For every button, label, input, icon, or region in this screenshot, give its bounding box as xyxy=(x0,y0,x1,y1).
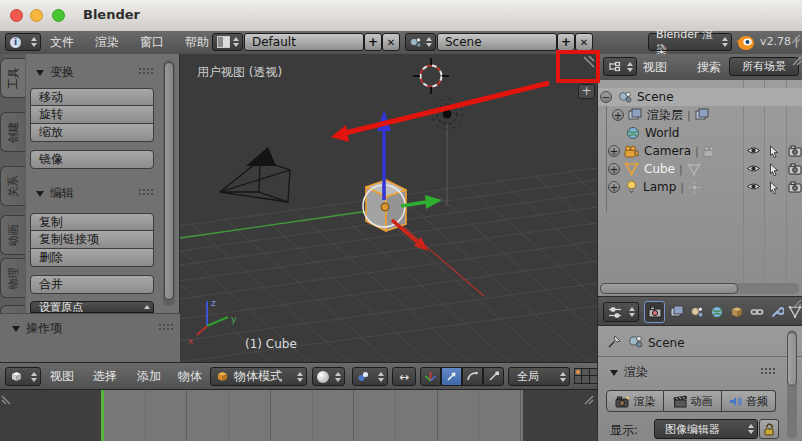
layers-widget[interactable] xyxy=(574,368,597,384)
panel-header-render[interactable]: 渲染 xyxy=(610,364,648,381)
translate-button[interactable]: 移动 xyxy=(30,88,154,106)
display-mode-select[interactable]: 图像编辑器 xyxy=(654,419,758,439)
delete-scene-button[interactable]: ✕ xyxy=(575,33,593,51)
scale-manipulator-button[interactable] xyxy=(483,367,504,386)
panel-grip[interactable] xyxy=(138,188,154,196)
shelf-tab-physics[interactable]: 物理 xyxy=(0,258,25,298)
panel-grip[interactable] xyxy=(138,67,154,75)
manipulator-x-arrow[interactable] xyxy=(392,220,428,251)
rotate-button[interactable]: 旋转 xyxy=(30,106,154,124)
scene-name-field[interactable]: Scene xyxy=(437,33,557,51)
layer-cell[interactable] xyxy=(582,368,590,376)
tab-modifiers[interactable] xyxy=(767,303,786,321)
outliner-h-scrollbar[interactable] xyxy=(600,283,799,294)
layer-cell[interactable] xyxy=(582,376,590,384)
area-corner-widget[interactable] xyxy=(1,392,14,405)
collapse-icon[interactable]: − xyxy=(600,91,612,103)
menu-window[interactable]: 窗口 xyxy=(140,31,164,54)
scene-browse-button[interactable] xyxy=(405,33,436,51)
lamp-data-icon[interactable] xyxy=(688,181,701,194)
current-frame-marker[interactable] xyxy=(101,390,104,441)
camera-data-icon[interactable] xyxy=(703,145,717,158)
menu-file[interactable]: 文件 xyxy=(50,31,74,54)
shelf-tab-relations[interactable]: 关系 xyxy=(0,166,25,206)
outliner-filter-select[interactable]: 所有场景 xyxy=(729,57,799,76)
layer-cell[interactable] xyxy=(574,376,582,384)
menu-help[interactable]: 帮助 xyxy=(185,31,209,54)
screen-layout-name-field[interactable]: Default xyxy=(244,33,364,51)
expand-icon[interactable]: + xyxy=(608,145,620,157)
expand-icon[interactable]: + xyxy=(608,181,620,193)
camera-object[interactable] xyxy=(220,147,290,202)
render-engine-select[interactable]: Blender 渲染 xyxy=(648,33,732,51)
info-editor-type-button[interactable]: i xyxy=(5,33,41,51)
selectable-toggle[interactable] xyxy=(769,163,779,179)
render-toggle[interactable] xyxy=(788,181,802,196)
join-button[interactable]: 合并 xyxy=(30,275,154,294)
panel-grip[interactable] xyxy=(760,367,776,375)
zoom-button[interactable] xyxy=(52,9,65,22)
translate-manipulator-button[interactable] xyxy=(441,367,462,386)
menu-object[interactable]: 物体 xyxy=(178,365,202,388)
area-corner-widget[interactable] xyxy=(581,392,594,405)
area-corner-widget[interactable] xyxy=(791,55,802,66)
layer-cell[interactable] xyxy=(590,368,597,376)
render-toggle[interactable] xyxy=(788,145,802,160)
outliner-editor-type-button[interactable] xyxy=(603,57,637,76)
tab-constraints[interactable] xyxy=(747,303,766,321)
tree-row-renderlayers[interactable]: + 渲染层 | xyxy=(598,106,802,124)
expand-icon[interactable]: + xyxy=(608,163,620,175)
tab-render[interactable] xyxy=(644,301,665,323)
mirror-button[interactable]: 镜像 xyxy=(30,150,154,169)
area-corner-widget[interactable] xyxy=(791,298,802,309)
manipulate-center-points-button[interactable]: ↔ xyxy=(392,367,416,386)
menu-add[interactable]: 添加 xyxy=(137,365,161,388)
panel-header-operator[interactable]: 操作项 xyxy=(12,320,62,337)
rotate-manipulator-button[interactable] xyxy=(462,367,483,386)
scale-button[interactable]: 缩放 xyxy=(30,124,154,142)
set-origin-button[interactable]: 设置原点 xyxy=(30,301,154,313)
panel-header-transform[interactable]: 变换 xyxy=(36,64,74,81)
menu-render[interactable]: 渲染 xyxy=(95,31,119,54)
mesh-data-icon[interactable] xyxy=(687,163,701,176)
render-toggle[interactable] xyxy=(788,163,802,178)
tree-row-lamp[interactable]: + Lamp | xyxy=(598,178,802,196)
duplicate-linked-button[interactable]: 复制链接项 xyxy=(30,231,154,249)
tree-row-camera[interactable]: + Camera | xyxy=(598,142,802,160)
add-scene-button[interactable]: + xyxy=(557,33,575,51)
hide-toggle[interactable] xyxy=(746,163,761,177)
tree-row-scene[interactable]: − Scene xyxy=(598,88,802,106)
outliner-menu-view[interactable]: 视图 xyxy=(643,56,667,79)
area-corner-widget[interactable] xyxy=(789,32,801,44)
add-layout-button[interactable]: + xyxy=(364,33,382,51)
render-layers-data-icon[interactable] xyxy=(695,108,709,122)
tab-scene[interactable] xyxy=(687,303,706,321)
panel-grip[interactable] xyxy=(158,323,174,331)
render-still-button[interactable]: ✦ 渲染 xyxy=(606,390,664,412)
screen-layout-browse-button[interactable] xyxy=(212,33,243,51)
view3d-editor-type-button[interactable] xyxy=(5,367,41,386)
minimize-button[interactable] xyxy=(30,9,43,22)
layer-cell[interactable] xyxy=(590,376,597,384)
tab-object[interactable] xyxy=(727,303,746,321)
shelf-tab-tools[interactable]: 工具 xyxy=(0,58,25,98)
close-button[interactable] xyxy=(10,9,23,22)
panel-header-edit[interactable]: 编辑 xyxy=(36,185,74,202)
menu-view[interactable]: 视图 xyxy=(50,365,74,388)
shelf-tab-animation[interactable]: 动画 xyxy=(0,215,25,255)
viewport-3d[interactable]: z y x 用户视图 (透视) (1) Cube + xyxy=(180,54,597,362)
mode-select[interactable]: 物体模式 xyxy=(210,367,307,386)
transform-orientation-select[interactable]: 全局 xyxy=(508,367,570,386)
properties-breadcrumb[interactable]: Scene xyxy=(648,336,685,350)
delete-layout-button[interactable]: ✕ xyxy=(382,33,400,51)
lock-interface-button[interactable] xyxy=(759,419,779,439)
manipulator-axis-button[interactable] xyxy=(420,367,441,386)
layer-cell-active[interactable] xyxy=(574,368,582,376)
tool-shelf-scrollbar[interactable] xyxy=(163,60,175,306)
menu-select[interactable]: 选择 xyxy=(93,365,117,388)
viewport-shading-select[interactable] xyxy=(312,367,345,386)
tab-render-layers[interactable] xyxy=(667,303,686,321)
duplicate-button[interactable]: 复制 xyxy=(30,213,154,231)
timeline-area[interactable] xyxy=(0,389,597,441)
pin-icon[interactable] xyxy=(606,334,622,350)
